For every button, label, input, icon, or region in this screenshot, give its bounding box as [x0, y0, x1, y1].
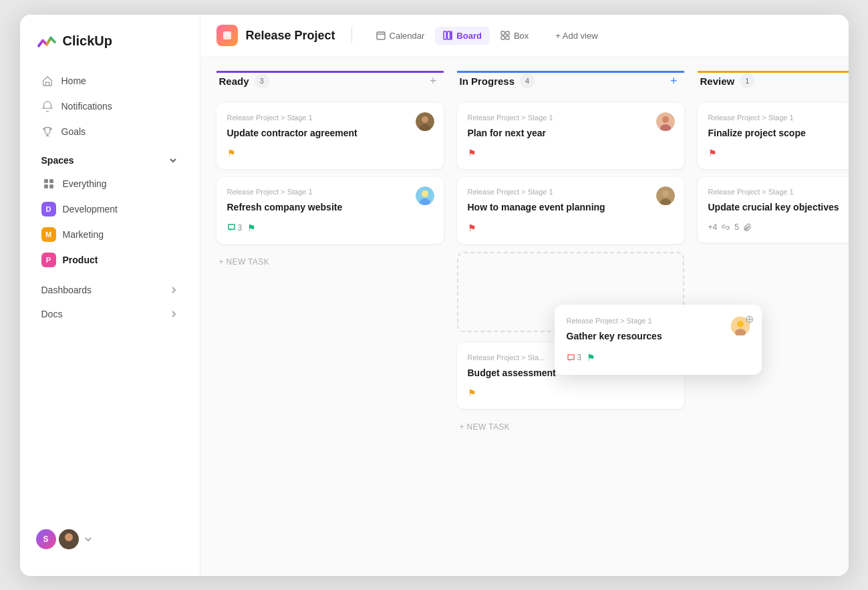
floating-card-title: Gather key resources — [567, 330, 724, 343]
board-icon — [443, 31, 452, 40]
development-label: Development — [63, 204, 118, 214]
floating-flag-icon: ⚑ — [587, 352, 595, 363]
card-title-r2: Refresh company website — [227, 201, 433, 214]
marketing-badge: M — [41, 227, 56, 242]
card-avatar-ip1 — [656, 112, 675, 131]
comment-icon — [567, 353, 575, 362]
svg-point-16 — [422, 116, 428, 123]
svg-rect-2 — [44, 184, 48, 188]
tab-board-label: Board — [456, 31, 482, 41]
comment-count-label-r2: 3 — [238, 223, 243, 233]
svg-point-19 — [422, 190, 428, 197]
tab-calendar[interactable]: Calendar — [368, 27, 433, 45]
card-refresh-website[interactable]: Release Project > Stage 1 Refresh compan… — [216, 177, 444, 244]
card-finalize-scope[interactable]: Release Project > Stage 1 Finalize proje… — [698, 103, 849, 170]
nav-goals[interactable]: Goals — [25, 119, 194, 144]
new-task-in-progress[interactable]: + NEW TASK — [457, 417, 684, 437]
card-plan-next-year[interactable]: Release Project > Stage 1 Plan for next … — [457, 103, 684, 170]
new-task-ready[interactable]: + NEW TASK — [216, 252, 444, 272]
development-badge: D — [41, 202, 56, 216]
sidebar-item-marketing[interactable]: M Marketing — [25, 222, 194, 247]
card-title-ip1: Plan for next year — [468, 127, 674, 140]
svg-point-31 — [737, 321, 744, 327]
nav-notifications-label: Notifications — [61, 101, 112, 112]
col-title-review: Review — [700, 76, 735, 87]
card-title-ip2: How to manage event planning — [468, 201, 674, 214]
comment-icon — [227, 223, 236, 232]
svg-rect-7 — [377, 32, 385, 39]
logo-area: ClickUp — [20, 31, 200, 68]
main-content: Release Project Calendar — [200, 15, 849, 576]
tab-board[interactable]: Board — [435, 27, 490, 45]
card-title-r1: Update contractor agreement — [227, 127, 433, 140]
drag-handle[interactable]: ⊕ — [745, 313, 754, 325]
attachment-icon — [743, 223, 752, 232]
card-avatar-r2 — [416, 186, 434, 205]
card-update-key-objectives[interactable]: Release Project > Stage 1 Update crucial… — [698, 177, 849, 243]
extra-count: +4 — [708, 223, 718, 232]
spaces-label: Spaces — [41, 155, 74, 166]
card-breadcrumb-ip1: Release Project > Stage 1 — [468, 114, 674, 122]
col-count-in-progress: 4 — [520, 73, 535, 88]
floating-card[interactable]: ⊕ Release Project > Stage 1 Gather key r… — [555, 305, 762, 376]
column-header-in-progress: In Progress 4 + — [457, 71, 684, 95]
docs-section[interactable]: Docs — [25, 302, 194, 326]
card-breadcrumb-r1: Release Project > Stage 1 — [227, 114, 433, 122]
svg-rect-8 — [444, 31, 446, 39]
chevron-down-icon — [84, 535, 92, 543]
flag-icon-r2: ⚑ — [247, 223, 256, 233]
sidebar-item-development[interactable]: D Development — [25, 196, 194, 222]
sidebar-item-everything[interactable]: Everything — [25, 171, 194, 196]
svg-rect-14 — [506, 36, 509, 39]
svg-rect-6 — [223, 31, 231, 39]
card-update-contractor[interactable]: Release Project > Stage 1 Update contrac… — [216, 103, 444, 170]
card-breadcrumb-rv1: Release Project > Stage 1 — [708, 114, 849, 122]
everything-label: Everything — [63, 178, 107, 189]
column-header-review: Review 1 + — [698, 71, 849, 95]
flag-icon-ip4: ⚑ — [468, 388, 476, 398]
nav-notifications[interactable]: Notifications — [25, 94, 194, 119]
project-title: Release Project — [246, 29, 335, 43]
tab-box[interactable]: Box — [492, 27, 537, 45]
trophy-icon — [41, 126, 53, 138]
user-avatar-s: S — [36, 529, 56, 549]
floating-card-breadcrumb: Release Project > Stage 1 — [567, 317, 724, 325]
comment-count-r2: 3 — [227, 223, 243, 233]
product-badge: P — [41, 253, 56, 267]
app-container: ClickUp Home Notifications Goals — [20, 15, 849, 576]
marketing-label: Marketing — [63, 229, 104, 240]
card-manage-event[interactable]: Release Project > Stage 1 How to manage … — [457, 177, 684, 244]
tab-box-label: Box — [514, 31, 529, 41]
card-avatar-r1 — [416, 112, 434, 131]
chevron-down-icon[interactable] — [168, 155, 178, 166]
svg-rect-0 — [44, 179, 48, 183]
flag-icon-ip1: ⚑ — [468, 148, 476, 158]
svg-point-22 — [662, 116, 669, 123]
nav-home[interactable]: Home — [25, 68, 194, 94]
flag-icon-rv1: ⚑ — [708, 148, 717, 158]
svg-rect-1 — [49, 179, 53, 183]
svg-rect-13 — [501, 36, 504, 39]
card-breadcrumb-r2: Release Project > Stage 1 — [227, 188, 433, 196]
col-title-in-progress: In Progress — [460, 76, 515, 87]
project-icon — [216, 25, 238, 46]
nav-goals-label: Goals — [61, 126, 86, 137]
svg-point-5 — [62, 541, 76, 549]
user-area[interactable]: S — [20, 519, 200, 560]
dashboards-section[interactable]: Dashboards — [25, 278, 194, 302]
col-add-ready[interactable]: + — [426, 73, 441, 90]
top-bar: Release Project Calendar — [200, 15, 849, 57]
dashboards-label: Dashboards — [41, 285, 92, 295]
clickup-logo-icon — [36, 31, 57, 52]
product-label: Product — [63, 255, 98, 265]
svg-point-25 — [662, 190, 669, 197]
tab-calendar-label: Calendar — [390, 31, 425, 41]
col-title-ready: Ready — [219, 76, 249, 87]
chevron-right-icon — [169, 285, 178, 295]
col-add-in-progress[interactable]: + — [666, 73, 682, 90]
col-count-ready: 3 — [255, 73, 269, 88]
add-view-button[interactable]: + Add view — [547, 27, 605, 45]
link-icon — [721, 223, 730, 232]
project-title-area: Release Project — [216, 25, 335, 46]
sidebar-item-product[interactable]: P Product — [25, 247, 194, 273]
